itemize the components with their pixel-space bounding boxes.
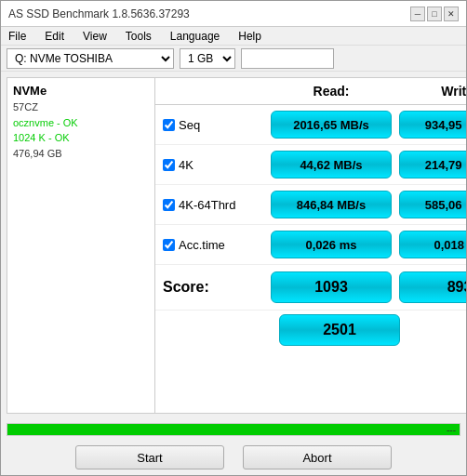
drive-cache: 1024 K - OK [13, 130, 149, 146]
score-row: Score: 1093 893 [155, 265, 466, 311]
menu-tools[interactable]: Tools [122, 28, 155, 45]
write-4k-value: 214,79 MB/s [399, 151, 466, 178]
window-controls: ─ □ ✕ [410, 7, 459, 21]
drive-select[interactable]: Q: NVMe TOSHIBA [7, 48, 174, 69]
read-4k-cell: 44,62 MB/s [267, 148, 395, 181]
menu-edit[interactable]: Edit [41, 28, 68, 45]
progress-bar-fill [7, 424, 460, 435]
start-button[interactable]: Start [75, 445, 224, 469]
read-4k64-value: 846,84 MB/s [271, 191, 392, 218]
write-seq-value: 934,95 MB/s [399, 111, 466, 139]
checkbox-4k[interactable] [163, 159, 175, 171]
row-4k: 4K 44,62 MB/s 214,79 MB/s [155, 145, 466, 185]
read-acctime-value: 0,026 ms [271, 231, 392, 258]
menu-help[interactable]: Help [234, 28, 265, 45]
read-score-cell: 1093 [267, 269, 395, 306]
checkbox-seq[interactable] [163, 119, 175, 131]
score-label: Score: [155, 279, 267, 296]
results-header: Read: Write: [155, 78, 466, 105]
progress-label: --- [447, 424, 456, 436]
read-seq-value: 2016,65 MB/s [271, 111, 392, 139]
row-seq: Seq 2016,65 MB/s 934,95 MB/s [155, 105, 466, 145]
main-content: NVMe 57CZ ocznvme - OK 1024 K - OK 476,9… [1, 72, 466, 419]
header-label-col [155, 78, 267, 104]
read-seq-cell: 2016,65 MB/s [267, 108, 395, 141]
gb-select[interactable]: 1 GB [180, 48, 235, 69]
row-acctime: Acc.time 0,026 ms 0,018 ms [155, 225, 466, 265]
read-acctime-cell: 0,026 ms [267, 228, 395, 261]
write-4k64-value: 585,06 MB/s [399, 191, 466, 218]
window-title: AS SSD Benchmark 1.8.5636.37293 [8, 7, 190, 20]
label-4k: 4K [155, 158, 267, 172]
read-header: Read: [267, 78, 395, 104]
menu-bar: File Edit View Tools Language Help [1, 27, 466, 46]
menu-language[interactable]: Language [167, 28, 223, 45]
row-4k64: 4K-64Thrd 846,84 MB/s 585,06 MB/s [155, 185, 466, 225]
read-4k64-cell: 846,84 MB/s [267, 188, 395, 221]
button-row: Start Abort [1, 440, 466, 475]
progress-bar-container: --- [7, 423, 460, 436]
menu-view[interactable]: View [79, 28, 111, 45]
write-acctime-value: 0,018 ms [399, 231, 466, 258]
drive-interface: NVMe [13, 84, 149, 98]
checkbox-acctime[interactable] [163, 239, 175, 251]
write-4k-cell: 214,79 MB/s [395, 148, 466, 181]
total-score-row: 2501 [155, 311, 466, 351]
text-input[interactable] [241, 48, 334, 69]
toolbar: Q: NVMe TOSHIBA 1 GB [1, 46, 466, 72]
right-panel: Read: Write: Seq 2016,65 MB/s 934,95 MB/… [155, 77, 466, 414]
write-4k64-cell: 585,06 MB/s [395, 188, 466, 221]
abort-button[interactable]: Abort [243, 445, 392, 469]
read-4k-value: 44,62 MB/s [271, 151, 392, 178]
drive-size: 476,94 GB [13, 146, 149, 162]
drive-model: 57CZ [13, 99, 149, 115]
drive-driver: ocznvme - OK [13, 115, 149, 131]
checkbox-4k64[interactable] [163, 199, 175, 211]
menu-file[interactable]: File [5, 28, 30, 45]
left-panel: NVMe 57CZ ocznvme - OK 1024 K - OK 476,9… [7, 77, 155, 414]
minimize-button[interactable]: ─ [410, 7, 425, 21]
maximize-button[interactable]: □ [427, 7, 442, 21]
label-acctime: Acc.time [155, 238, 267, 252]
total-score-value: 2501 [279, 314, 400, 346]
progress-section: --- [1, 419, 466, 440]
write-acctime-cell: 0,018 ms [395, 228, 466, 261]
label-4k64: 4K-64Thrd [155, 198, 267, 212]
title-bar: AS SSD Benchmark 1.8.5636.37293 ─ □ ✕ [1, 1, 466, 27]
read-score-value: 1093 [271, 271, 392, 303]
close-button[interactable]: ✕ [444, 7, 459, 21]
label-seq: Seq [155, 118, 267, 132]
write-score-value: 893 [399, 271, 466, 303]
write-header: Write: [395, 78, 466, 104]
write-seq-cell: 934,95 MB/s [395, 108, 466, 141]
write-score-cell: 893 [395, 269, 466, 306]
main-window: AS SSD Benchmark 1.8.5636.37293 ─ □ ✕ Fi… [0, 0, 467, 476]
